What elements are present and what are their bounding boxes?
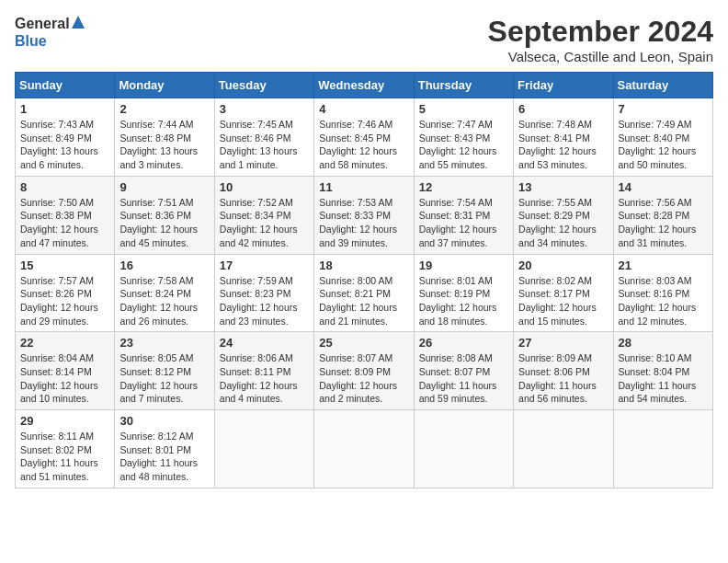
day-cell-1: 1 Sunrise: 7:43 AMSunset: 8:49 PMDayligh… [16,98,115,177]
header-tuesday: Tuesday [214,73,313,98]
day-cell-21: 21 Sunrise: 8:03 AMSunset: 8:16 PMDaylig… [613,254,712,332]
day-cell-14: 14 Sunrise: 7:56 AMSunset: 8:28 PMDaylig… [613,176,712,254]
week-row-3: 15 Sunrise: 7:57 AMSunset: 8:26 PMDaylig… [16,254,713,332]
day-cell-23: 23 Sunrise: 8:05 AMSunset: 8:12 PMDaylig… [115,332,214,410]
day-cell-19: 19 Sunrise: 8:01 AMSunset: 8:19 PMDaylig… [414,254,513,332]
day-cell-18: 18 Sunrise: 8:00 AMSunset: 8:21 PMDaylig… [314,254,414,332]
day-cell-15: 15 Sunrise: 7:57 AMSunset: 8:26 PMDaylig… [16,254,115,332]
header-wednesday: Wednesday [314,73,414,98]
page-header: General Blue September 2024 Valseca, Cas… [15,15,713,64]
day-cell-27: 27 Sunrise: 8:09 AMSunset: 8:06 PMDaylig… [514,332,613,410]
logo: General Blue [15,15,85,49]
day-cell-6: 6 Sunrise: 7:48 AMSunset: 8:41 PMDayligh… [514,98,613,177]
day-cell-29: 29 Sunrise: 8:11 AMSunset: 8:02 PMDaylig… [16,410,115,488]
day-cell-28: 28 Sunrise: 8:10 AMSunset: 8:04 PMDaylig… [613,332,712,410]
title-block: September 2024 Valseca, Castille and Leo… [488,15,713,64]
day-cell-12: 12 Sunrise: 7:54 AMSunset: 8:31 PMDaylig… [414,176,513,254]
day-cell-7: 7 Sunrise: 7:49 AMSunset: 8:40 PMDayligh… [613,98,712,177]
day-cell-24: 24 Sunrise: 8:06 AMSunset: 8:11 PMDaylig… [214,332,313,410]
day-cell-empty-4 [514,410,613,488]
header-thursday: Thursday [414,73,513,98]
week-row-5: 29 Sunrise: 8:11 AMSunset: 8:02 PMDaylig… [16,410,713,488]
logo-general: General [15,16,70,32]
week-row-4: 22 Sunrise: 8:04 AMSunset: 8:14 PMDaylig… [16,332,713,410]
day-cell-13: 13 Sunrise: 7:55 AMSunset: 8:29 PMDaylig… [514,176,613,254]
week-row-1: 1 Sunrise: 7:43 AMSunset: 8:49 PMDayligh… [16,98,713,177]
day-cell-26: 26 Sunrise: 8:08 AMSunset: 8:07 PMDaylig… [414,332,513,410]
day-cell-2: 2 Sunrise: 7:44 AMSunset: 8:48 PMDayligh… [115,98,214,177]
day-cell-22: 22 Sunrise: 8:04 AMSunset: 8:14 PMDaylig… [16,332,115,410]
calendar-table: Sunday Monday Tuesday Wednesday Thursday… [15,72,713,488]
header-sunday: Sunday [16,73,115,98]
svg-marker-0 [72,16,85,29]
day-cell-25: 25 Sunrise: 8:07 AMSunset: 8:09 PMDaylig… [314,332,414,410]
page-title: September 2024 [488,15,713,49]
day-cell-5: 5 Sunrise: 7:47 AMSunset: 8:43 PMDayligh… [414,98,513,177]
day-cell-empty-5 [613,410,712,488]
day-cell-4: 4 Sunrise: 7:46 AMSunset: 8:45 PMDayligh… [314,98,414,177]
day-cell-empty-3 [414,410,513,488]
day-cell-16: 16 Sunrise: 7:58 AMSunset: 8:24 PMDaylig… [115,254,214,332]
day-cell-empty-2 [314,410,414,488]
logo-blue: Blue [15,33,47,50]
header-friday: Friday [514,73,613,98]
day-cell-10: 10 Sunrise: 7:52 AMSunset: 8:34 PMDaylig… [214,176,313,254]
day-cell-3: 3 Sunrise: 7:45 AMSunset: 8:46 PMDayligh… [214,98,313,177]
day-cell-30: 30 Sunrise: 8:12 AMSunset: 8:01 PMDaylig… [115,410,214,488]
header-saturday: Saturday [613,73,712,98]
page-subtitle: Valseca, Castille and Leon, Spain [488,49,713,64]
day-cell-9: 9 Sunrise: 7:51 AMSunset: 8:36 PMDayligh… [115,176,214,254]
day-cell-8: 8 Sunrise: 7:50 AMSunset: 8:38 PMDayligh… [16,176,115,254]
day-cell-17: 17 Sunrise: 7:59 AMSunset: 8:23 PMDaylig… [214,254,313,332]
logo-triangle-icon [72,16,85,29]
header-monday: Monday [115,73,214,98]
day-cell-empty-1 [214,410,313,488]
calendar-header-row: Sunday Monday Tuesday Wednesday Thursday… [16,73,713,98]
week-row-2: 8 Sunrise: 7:50 AMSunset: 8:38 PMDayligh… [16,176,713,254]
day-cell-20: 20 Sunrise: 8:02 AMSunset: 8:17 PMDaylig… [514,254,613,332]
day-cell-11: 11 Sunrise: 7:53 AMSunset: 8:33 PMDaylig… [314,176,414,254]
